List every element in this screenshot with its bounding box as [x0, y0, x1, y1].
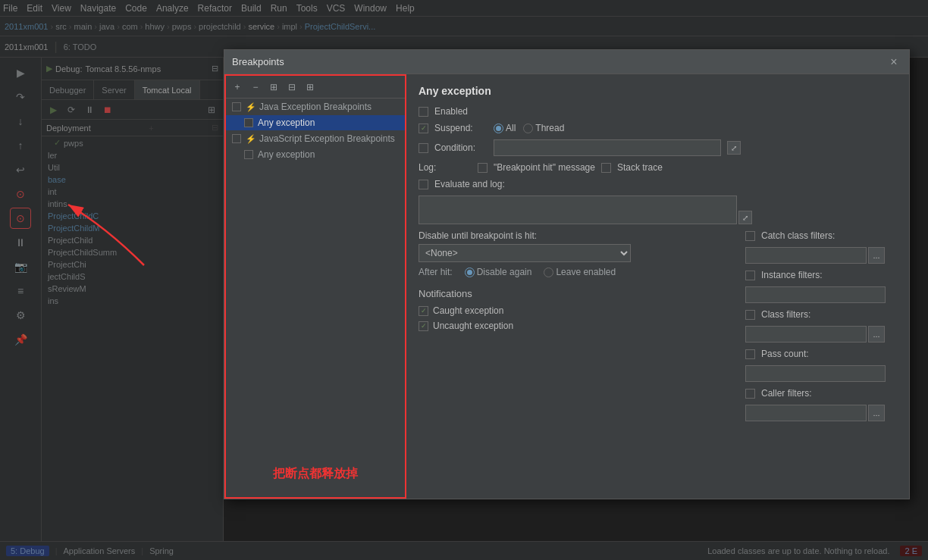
suspend-checkbox[interactable] [419, 124, 428, 133]
caller-section: Caller filters: ... [745, 388, 897, 421]
suspend-thread-radio[interactable] [523, 124, 533, 133]
java-group-checkbox[interactable] [232, 102, 241, 111]
dialog-title-bar: Breakpoints × [224, 50, 909, 74]
stack-trace-label: Stack trace [617, 162, 663, 173]
catch-class-section: Catch class filters: ... [745, 230, 897, 264]
instance-checkbox[interactable] [745, 271, 755, 280]
dialog-title: Breakpoints [232, 56, 284, 67]
log-row: Log: "Breakpoint hit" message Stack trac… [419, 162, 897, 173]
suspend-thread-label: Thread [535, 123, 564, 133]
expand-breakpoint-button[interactable]: ⊟ [284, 79, 300, 95]
uncaught-exception-label: Uncaught exception [433, 321, 513, 331]
class-section: Class filters: ... [745, 309, 897, 343]
after-hit-row: After hit: Disable again Leave enabled [419, 267, 730, 277]
caller-checkbox[interactable] [745, 389, 755, 399]
evaluate-log-input[interactable] [419, 196, 737, 224]
any-exception-js-label: Any exception [258, 149, 315, 160]
disable-again-label: Disable again [477, 267, 532, 277]
catch-class-browse-btn[interactable]: ... [868, 247, 885, 264]
any-exception-js-checkbox[interactable] [244, 150, 253, 159]
leave-enabled-radio[interactable] [544, 267, 553, 277]
catch-class-label: Catch class filters: [761, 230, 835, 241]
catch-class-row: Catch class filters: [745, 230, 897, 241]
section-title: Any exception [419, 85, 897, 97]
any-exception-java-item[interactable]: Any exception [226, 115, 405, 130]
class-checkbox[interactable] [745, 310, 755, 320]
condition-expand-btn[interactable]: ⤢ [727, 141, 741, 155]
any-exception-java-label: Any exception [258, 117, 315, 128]
dialog-right-panel: Any exception Enabled Suspend: All Th [406, 74, 909, 499]
caller-label: Caller filters: [761, 388, 812, 399]
suspend-thread-option[interactable]: Thread [523, 123, 564, 133]
dialog-close-button[interactable]: × [886, 55, 901, 70]
group-breakpoint-button[interactable]: ⊞ [265, 79, 282, 95]
disable-until-field-row: <None> [419, 244, 730, 262]
suspend-radio-group: All Thread [494, 123, 564, 133]
two-col-section: Disable until breakpoint is hit: <None> … [419, 230, 897, 427]
any-exception-java-checkbox[interactable] [244, 118, 253, 127]
java-exceptions-label: Java Exception Breakpoints [259, 102, 372, 112]
stack-trace-checkbox[interactable] [601, 163, 611, 173]
class-input[interactable] [745, 326, 867, 343]
class-row: Class filters: [745, 309, 897, 320]
notifications-title: Notifications [419, 288, 730, 299]
suspend-row: Suspend: All Thread [419, 123, 897, 133]
caller-input[interactable] [745, 405, 867, 421]
disable-again-option[interactable]: Disable again [465, 267, 532, 277]
enabled-checkbox[interactable] [419, 107, 428, 117]
caller-browse-btn[interactable]: ... [868, 405, 885, 421]
after-hit-label: After hit: [419, 267, 453, 277]
evaluate-label: Evaluate and log: [434, 179, 505, 189]
instance-input[interactable] [745, 286, 886, 303]
condition-input[interactable] [494, 139, 721, 156]
disable-again-radio[interactable] [465, 267, 475, 277]
java-exceptions-header[interactable]: ⚡ Java Exception Breakpoints [226, 99, 405, 115]
pin-breakpoint-button[interactable]: ⊞ [302, 79, 318, 95]
log-label: Log: [419, 162, 472, 173]
breakpoint-hit-label: "Breakpoint hit" message [494, 162, 595, 173]
pass-count-checkbox[interactable] [745, 349, 755, 359]
dialog-left-toolbar: + − ⊞ ⊟ ⊞ [226, 76, 405, 99]
any-exception-js-item[interactable]: Any exception [226, 147, 405, 162]
caller-row: Caller filters: [745, 388, 897, 399]
catch-class-input[interactable] [745, 247, 867, 264]
suspend-all-option[interactable]: All [494, 123, 516, 133]
condition-checkbox[interactable] [419, 143, 428, 153]
caught-exception-checkbox[interactable] [419, 306, 428, 316]
class-field-row: ... [745, 326, 897, 343]
annotation-text: 把断点都释放掉 [226, 451, 405, 497]
caller-field-row: ... [745, 405, 897, 421]
catch-class-checkbox[interactable] [745, 231, 755, 241]
disable-until-select[interactable]: <None> [419, 244, 631, 262]
suspend-all-radio[interactable] [494, 124, 503, 133]
js-group-checkbox[interactable] [232, 134, 241, 143]
disable-until-label: Disable until breakpoint is hit: [419, 230, 730, 241]
instance-label: Instance filters: [761, 270, 823, 280]
lightning-icon: ⚡ [246, 134, 256, 144]
leave-enabled-label: Leave enabled [556, 267, 616, 277]
js-exceptions-header[interactable]: ⚡ JavaScript Exception Breakpoints [226, 130, 405, 147]
notifications-section: Notifications Caught exception Uncaught … [419, 288, 730, 331]
breakpoint-hit-checkbox[interactable] [478, 163, 488, 173]
caught-exception-row: Caught exception [419, 305, 730, 316]
breakpoints-dialog: Breakpoints × + − ⊞ ⊟ ⊞ ⚡ Java Exception… [224, 49, 910, 499]
evaluate-expand-btn[interactable]: ⤢ [738, 211, 752, 224]
condition-row: Condition: ⤢ [419, 139, 897, 156]
uncaught-exception-checkbox[interactable] [419, 321, 428, 331]
class-browse-btn[interactable]: ... [868, 326, 885, 343]
remove-breakpoint-button[interactable]: − [247, 79, 264, 95]
add-breakpoint-button[interactable]: + [229, 79, 246, 95]
breakpoints-tree: ⚡ Java Exception Breakpoints Any excepti… [226, 99, 405, 451]
pass-count-section: Pass count: [745, 349, 897, 382]
java-exceptions-group: ⚡ Java Exception Breakpoints Any excepti… [226, 99, 405, 130]
condition-label: Condition: [434, 142, 488, 153]
class-label: Class filters: [761, 309, 810, 320]
evaluate-checkbox[interactable] [419, 180, 428, 189]
evaluate-row: Evaluate and log: [419, 179, 897, 189]
leave-enabled-option[interactable]: Leave enabled [544, 267, 616, 277]
pass-count-label: Pass count: [761, 349, 809, 359]
lightning-icon: ⚡ [246, 102, 256, 112]
pass-count-input[interactable] [745, 365, 886, 382]
instance-section: Instance filters: [745, 270, 897, 303]
uncaught-exception-row: Uncaught exception [419, 321, 730, 331]
